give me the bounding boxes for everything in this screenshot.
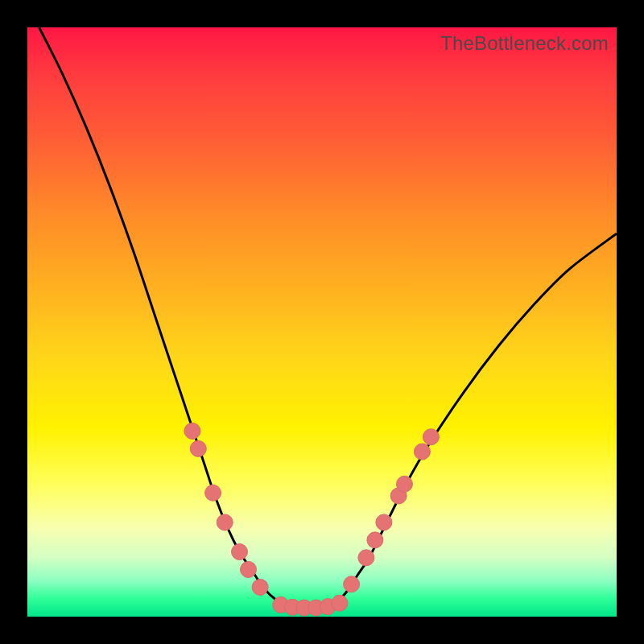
curve-layer [27, 27, 617, 617]
data-marker [184, 423, 200, 439]
data-marker [241, 561, 257, 577]
data-marker [376, 514, 392, 530]
plot-area: TheBottleneck.com [27, 27, 617, 617]
bottleneck-curve [39, 27, 617, 608]
data-marker [414, 444, 430, 460]
data-marker [332, 595, 348, 611]
data-marker [358, 550, 374, 566]
data-marker [217, 514, 233, 530]
chart-frame: TheBottleneck.com [0, 0, 644, 644]
data-marker [367, 532, 383, 548]
data-marker [344, 576, 360, 592]
data-marker [190, 440, 206, 456]
data-marker [252, 579, 268, 595]
data-marker [232, 543, 248, 559]
data-marker [205, 485, 221, 501]
data-marker [423, 429, 439, 445]
data-marker [396, 476, 412, 492]
